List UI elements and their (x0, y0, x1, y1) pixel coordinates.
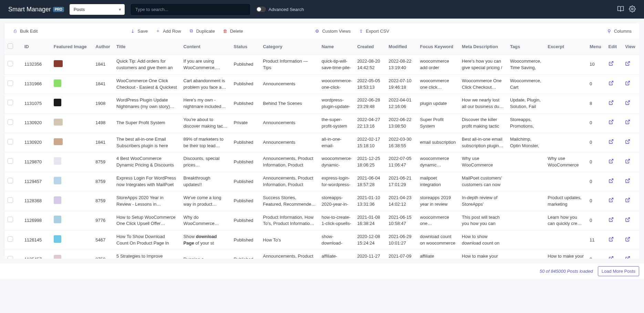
edit-link-icon[interactable] (609, 238, 614, 243)
edit-link-icon[interactable] (609, 160, 614, 165)
column-header[interactable]: Edit (606, 39, 623, 55)
view-link-icon[interactable] (625, 198, 630, 204)
row-checkbox[interactable] (8, 217, 13, 222)
view-link-icon[interactable] (625, 160, 630, 165)
column-header[interactable]: View (622, 39, 639, 55)
thumbnail-image[interactable] (54, 177, 61, 184)
table-row[interactable]: 11269989776How to Setup WooCommerce One … (5, 211, 639, 230)
edit-link-icon[interactable] (609, 198, 614, 204)
table-row[interactable]: 11323561841Quick Tip: Add orders for cus… (5, 55, 639, 75)
column-header[interactable]: Menu (587, 39, 606, 55)
cell-title[interactable]: 5 Strategies to Improve Affiliate Onboar… (114, 250, 181, 259)
thumbnail-image[interactable] (54, 60, 63, 67)
edit-link-icon[interactable] (609, 82, 614, 87)
table-row[interactable]: 11319661841WooCommerce One Click Checkou… (5, 74, 639, 94)
edit-link-icon[interactable] (609, 218, 614, 223)
row-checkbox[interactable] (8, 119, 13, 125)
edit-link-icon[interactable] (609, 62, 614, 67)
edit-link-icon[interactable] (609, 257, 614, 259)
gear-icon[interactable] (629, 6, 636, 13)
column-header[interactable]: Meta Description (459, 39, 507, 55)
edit-link-icon[interactable] (609, 179, 614, 184)
table-row[interactable]: 11310751908WordPress Plugin Update Night… (5, 94, 639, 114)
custom-views-button[interactable]: ⚙Custom Views (312, 27, 353, 35)
column-header[interactable]: Title (114, 39, 181, 55)
cell-title[interactable]: WooCommerce One Click Checkout - Easiest… (114, 74, 181, 94)
cell-content[interactable]: Show download Page of your st (181, 230, 231, 250)
add-row-button[interactable]: ＋Add Row (153, 27, 184, 35)
export-csv-button[interactable]: ⇪Export CSV (355, 27, 392, 35)
cell-content[interactable]: Discounts, special prices products...pro… (181, 152, 231, 172)
cell-content[interactable]: Running a (181, 250, 231, 259)
table-row[interactable]: 112545787595 Strategies to Improve Affil… (5, 250, 639, 259)
view-link-icon[interactable] (625, 238, 630, 243)
cell-content[interactable]: Here's my own - nightmare included some … (181, 94, 231, 114)
cell-title[interactable]: The best all-in-one Email Subscribers pl… (114, 133, 181, 152)
cell-title[interactable]: StoreApps 2020 Year in Review - Lessons … (114, 191, 181, 211)
select-all-checkbox[interactable] (8, 43, 13, 49)
row-checkbox[interactable] (8, 197, 13, 203)
edit-link-icon[interactable] (609, 140, 614, 145)
column-header[interactable]: Author (93, 39, 114, 55)
column-header[interactable]: Focus Keyword (417, 39, 459, 55)
column-header[interactable]: Category (260, 39, 319, 55)
cell-content[interactable]: We've come a long way in product improve… (181, 191, 231, 211)
cell-content[interactable]: You're about to discover making tactic u… (181, 114, 231, 133)
thumbnail-image[interactable] (54, 235, 61, 243)
thumbnail-image[interactable] (54, 255, 61, 259)
edit-link-icon[interactable] (609, 120, 614, 126)
column-header[interactable]: Excerpt (545, 39, 587, 55)
thumbnail-image[interactable] (54, 138, 63, 145)
row-checkbox[interactable] (8, 80, 13, 86)
row-checkbox[interactable] (8, 158, 13, 164)
cell-content[interactable]: Breakthrough updates!! (181, 172, 231, 192)
duplicate-button[interactable]: ⧉Duplicate (186, 27, 218, 35)
posts-dropdown[interactable]: Posts (70, 4, 125, 15)
cell-title[interactable]: How to Setup WooCommerce One Click Upsel… (114, 211, 181, 230)
column-header[interactable]: Created (354, 39, 386, 55)
cell-title[interactable]: How To Show Download Count On Product Pa… (114, 230, 181, 250)
book-icon[interactable] (617, 6, 624, 13)
load-more-button[interactable]: Load More Posts (598, 266, 639, 276)
thumbnail-image[interactable] (54, 119, 63, 126)
columns-button[interactable]: ⚲Columns (604, 27, 634, 35)
column-header[interactable]: ID (22, 39, 51, 55)
view-link-icon[interactable] (625, 120, 630, 126)
edit-link-icon[interactable] (609, 101, 614, 106)
table-row[interactable]: 11309201498The Super Profit SystemYou're… (5, 114, 639, 133)
column-header[interactable]: Content (181, 39, 231, 55)
column-header[interactable]: Featured Image (51, 39, 93, 55)
cell-title[interactable]: The Super Profit System (114, 114, 181, 133)
delete-button[interactable]: 🗑Delete (220, 27, 246, 35)
cell-content[interactable]: Cart abandonment is problem you face as … (181, 74, 231, 94)
row-checkbox[interactable] (8, 256, 13, 259)
column-header[interactable]: Status (231, 39, 260, 55)
table-row[interactable]: 11283688759StoreApps 2020 Year in Review… (5, 191, 639, 211)
thumbnail-image[interactable] (54, 79, 61, 87)
table-row[interactable]: 11261455467How To Show Download Count On… (5, 230, 639, 250)
row-checkbox[interactable] (8, 61, 13, 66)
row-checkbox[interactable] (8, 236, 13, 242)
cell-content[interactable]: If you are using WooCommerce, handy solu… (181, 55, 231, 75)
view-link-icon[interactable] (625, 62, 630, 67)
thumbnail-image[interactable] (54, 196, 61, 204)
view-link-icon[interactable] (625, 218, 630, 223)
thumbnail-image[interactable] (54, 216, 61, 223)
cell-title[interactable]: 4 Best WooCommerce Dynamic Pricing & Dis… (114, 152, 181, 172)
cell-title[interactable]: Quick Tip: Add orders for customers and … (114, 55, 181, 75)
thumbnail-image[interactable] (54, 99, 61, 106)
bulk-edit-button[interactable]: ⎙Bulk Edit (10, 27, 40, 35)
cell-content[interactable]: Why do WooCommerce upsells BOGO and othe… (181, 211, 231, 230)
view-link-icon[interactable] (625, 82, 630, 87)
cell-title[interactable]: Express Login For WordPress now Integrat… (114, 172, 181, 192)
cell-title[interactable]: WordPress Plugin Update Nightmares (my o… (114, 94, 181, 114)
table-row[interactable]: 112987087594 Best WooCommerce Dynamic Pr… (5, 152, 639, 172)
column-header[interactable] (5, 39, 22, 55)
view-link-icon[interactable] (625, 257, 630, 259)
save-button[interactable]: ⤓Save (127, 27, 150, 35)
thumbnail-image[interactable] (54, 157, 61, 165)
table-row[interactable]: 11309201841The best all-in-one Email Sub… (5, 133, 639, 152)
row-checkbox[interactable] (8, 178, 13, 183)
row-checkbox[interactable] (8, 100, 13, 105)
row-checkbox[interactable] (8, 139, 13, 144)
